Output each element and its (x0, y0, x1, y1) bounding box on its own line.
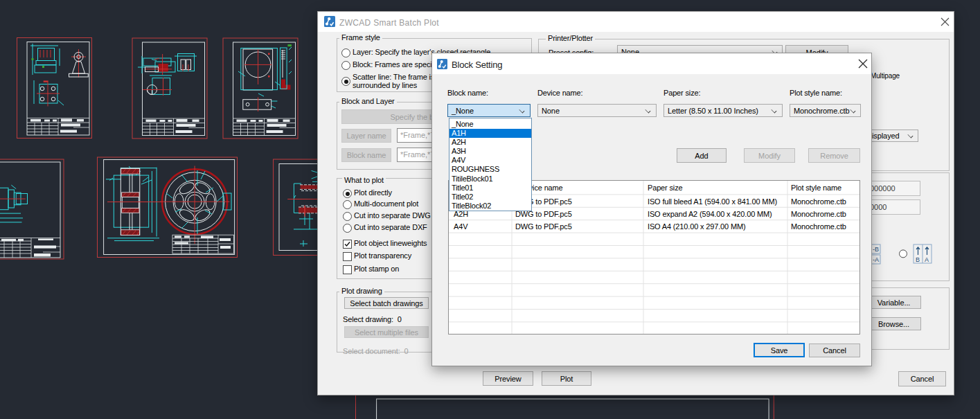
svg-text:-A: -A (873, 256, 879, 263)
svg-text:B: B (916, 256, 920, 263)
svg-text:-B: -B (873, 246, 879, 253)
svg-text:A: A (925, 256, 929, 263)
